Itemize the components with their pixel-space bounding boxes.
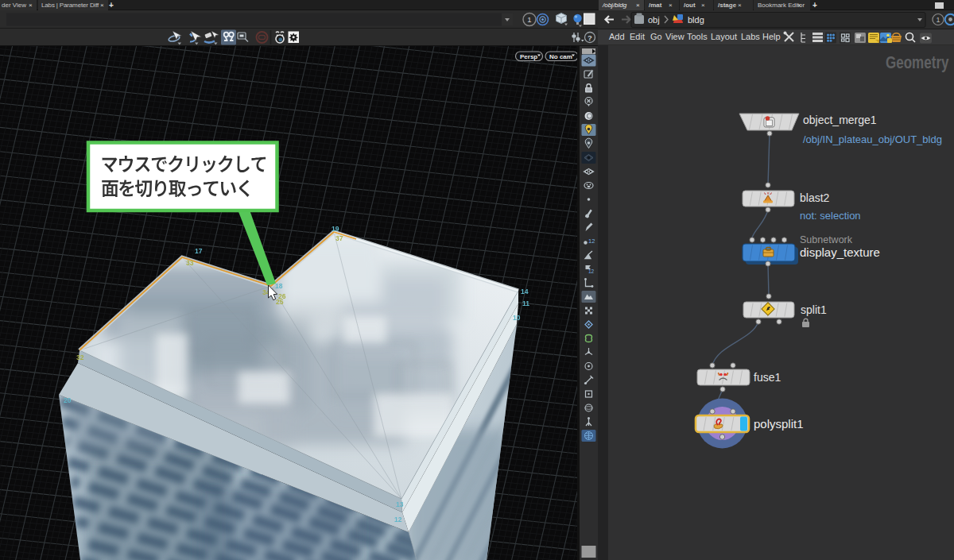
svg-text:13: 13	[396, 500, 404, 508]
svg-text:split1: split1	[801, 303, 827, 316]
svg-text:18: 18	[275, 282, 283, 290]
svg-text:11: 11	[522, 299, 529, 307]
svg-text:obj: obj	[648, 15, 660, 25]
svg-text:Subnetwork: Subnetwork	[800, 234, 853, 245]
svg-text:1: 1	[936, 16, 940, 24]
svg-text:37: 37	[335, 234, 343, 242]
svg-text:12: 12	[588, 268, 595, 274]
svg-text:14: 14	[521, 288, 529, 295]
svg-text:polysplit1: polysplit1	[754, 417, 804, 431]
svg-text:17: 17	[195, 247, 203, 255]
svg-text:10: 10	[513, 314, 521, 322]
svg-text:Geometry: Geometry	[886, 53, 949, 72]
svg-text:No cam: No cam	[549, 53, 572, 60]
svg-text:19: 19	[332, 225, 339, 233]
svg-text:33: 33	[186, 259, 194, 267]
svg-text:12: 12	[394, 516, 402, 523]
svg-text:Persp: Persp	[520, 53, 537, 60]
svg-text:12: 12	[588, 238, 595, 245]
svg-text:not: selection: not: selection	[800, 210, 861, 222]
svg-text:fuse1: fuse1	[754, 371, 781, 384]
svg-text:bldg: bldg	[688, 15, 704, 25]
svg-text:1: 1	[527, 15, 531, 24]
svg-text:blast2: blast2	[800, 191, 830, 204]
svg-text:20: 20	[64, 396, 72, 404]
svg-text:object_merge1: object_merge1	[803, 114, 877, 126]
svg-text:display_texture: display_texture	[800, 245, 880, 259]
svg-text:25: 25	[276, 298, 284, 306]
svg-text:/obj/IN_plateau_obj/OUT_bldg: /obj/IN_plateau_obj/OUT_bldg	[803, 133, 942, 145]
svg-text:32: 32	[76, 353, 84, 361]
svg-text:?: ?	[588, 33, 592, 42]
